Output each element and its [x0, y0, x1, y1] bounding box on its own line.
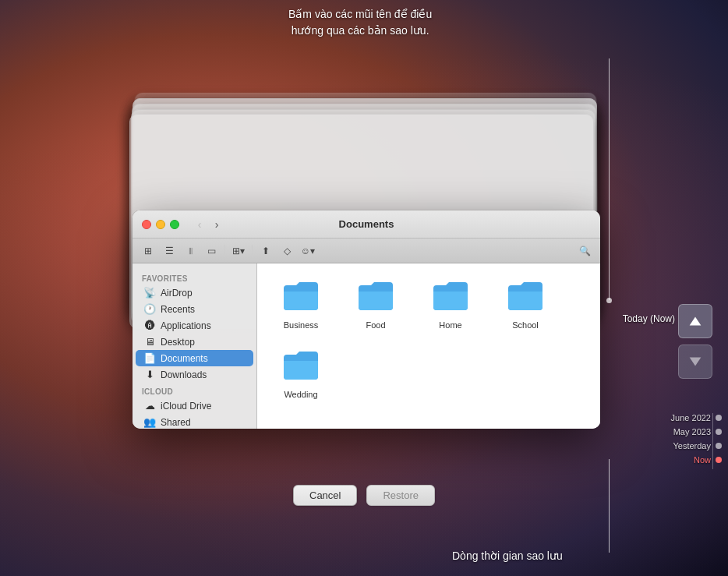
- bottom-buttons: Cancel Restore: [293, 485, 435, 506]
- sidebar-item-shared[interactable]: 👥 Shared: [136, 414, 253, 429]
- minimize-button[interactable]: [156, 220, 165, 229]
- folder-food[interactable]: Food: [345, 276, 407, 333]
- column-view-icon[interactable]: ⫴: [181, 242, 200, 260]
- timeline-label-1: May 2023: [673, 427, 711, 436]
- search-icon[interactable]: 🔍: [575, 242, 594, 260]
- timeline-line: [712, 413, 713, 469]
- folder-label-food: Food: [366, 320, 385, 330]
- sidebar-item-desktop[interactable]: 🖥 Desktop: [136, 334, 253, 350]
- today-label: Today (Now): [623, 313, 675, 324]
- share-icon[interactable]: ⬆: [256, 242, 275, 260]
- sidebar-label-documents: Documents: [161, 353, 208, 364]
- grid-view-icon[interactable]: ⊞: [139, 242, 157, 260]
- back-button[interactable]: ‹: [192, 217, 207, 232]
- finder-window: ‹ › Documents ⊞ ☰ ⫴ ▭ ⊞▾ ⬆ ◇ ☺▾ 🔍 Favori…: [133, 210, 600, 429]
- tag-icon[interactable]: ◇: [277, 242, 296, 260]
- folder-label-home: Home: [439, 320, 461, 330]
- folder-icon-school: [507, 279, 544, 317]
- sidebar-label-recents: Recents: [161, 304, 195, 315]
- separator-1: [224, 245, 225, 257]
- folder-icon-home: [432, 279, 469, 317]
- applications-icon: 🅐: [143, 320, 156, 331]
- recents-icon: 🕐: [143, 303, 156, 315]
- content-area: Business Food Home: [257, 263, 600, 429]
- sidebar-label-airdrop: AirDrop: [161, 288, 193, 299]
- folder-label-business: Business: [284, 320, 319, 330]
- window-title: Documents: [339, 218, 394, 230]
- icloud-drive-icon: ☁: [143, 400, 156, 412]
- sidebar-section-favorites: Favorites: [133, 270, 256, 284]
- folder-label-school: School: [512, 320, 539, 330]
- window-body: Favorites 📡 AirDrop 🕐 Recents 🅐 Applicat…: [133, 263, 600, 429]
- folder-school[interactable]: School: [494, 276, 557, 333]
- timeline-label-now: Now: [694, 455, 711, 465]
- annotation-top: Bấm vào các mũi tên để điều hướng qua cá…: [288, 6, 432, 39]
- traffic-lights: [142, 220, 179, 229]
- maximize-button[interactable]: [170, 220, 179, 229]
- annotation-line-bottom: [609, 459, 610, 553]
- sidebar-item-applications[interactable]: 🅐 Applications: [136, 317, 253, 334]
- sidebar-label-downloads: Downloads: [161, 369, 207, 380]
- sidebar-item-airdrop[interactable]: 📡 AirDrop: [136, 284, 253, 301]
- group-icon[interactable]: ⊞▾: [229, 242, 248, 260]
- list-view-icon[interactable]: ☰: [160, 242, 178, 260]
- sidebar-label-desktop: Desktop: [161, 337, 195, 348]
- sidebar-label-applications: Applications: [161, 320, 211, 331]
- timeline-dot-3: [716, 457, 722, 463]
- folder-home[interactable]: Home: [419, 276, 482, 333]
- window-titlebar: ‹ › Documents: [133, 210, 600, 239]
- folder-icon-food: [357, 279, 394, 317]
- timeline-dot-2: [716, 443, 722, 449]
- close-button[interactable]: [142, 220, 151, 229]
- airdrop-icon: 📡: [143, 287, 156, 299]
- sidebar-section-icloud: iCloud: [133, 383, 256, 398]
- folder-label-wedding: Wedding: [284, 390, 317, 399]
- timeline-item-1: May 2023: [628, 427, 722, 436]
- folder-icon-business: [282, 279, 320, 317]
- sidebar-label-shared: Shared: [161, 417, 191, 428]
- cancel-button[interactable]: Cancel: [293, 485, 357, 506]
- timeline-label-2: Yesterday: [673, 441, 711, 451]
- desktop-icon: 🖥: [143, 336, 156, 348]
- navigation-buttons: ‹ ›: [192, 217, 224, 232]
- timeline-item-2: Yesterday: [628, 441, 722, 451]
- time-machine-down-button[interactable]: [678, 345, 712, 379]
- timeline-item-0: June 2022: [628, 413, 722, 422]
- downloads-icon: ⬇: [143, 369, 156, 380]
- folder-wedding[interactable]: Wedding: [270, 345, 332, 402]
- sidebar-item-recents[interactable]: 🕐 Recents: [136, 301, 253, 317]
- sidebar-label-icloud-drive: iCloud Drive: [161, 401, 211, 412]
- window-toolbar: ⊞ ☰ ⫴ ▭ ⊞▾ ⬆ ◇ ☺▾ 🔍: [133, 239, 600, 263]
- timeline-label-0: June 2022: [671, 413, 711, 422]
- annotation-bottom: Dòng thời gian sao lưu: [452, 549, 563, 562]
- timeline: June 2022 May 2023 Yesterday Now: [628, 413, 722, 469]
- time-machine-up-button[interactable]: [678, 304, 712, 338]
- shared-icon: 👥: [143, 416, 156, 428]
- timeline-dot-0: [716, 415, 722, 421]
- sidebar-item-icloud-drive[interactable]: ☁ iCloud Drive: [136, 398, 253, 414]
- sidebar-item-documents[interactable]: 📄 Documents: [136, 350, 253, 366]
- timeline-item-3: Now: [628, 455, 722, 465]
- timeline-dot-1: [716, 429, 722, 435]
- sidebar-item-downloads[interactable]: ⬇ Downloads: [136, 366, 253, 383]
- documents-icon: 📄: [143, 352, 156, 364]
- emoji-icon[interactable]: ☺▾: [299, 242, 317, 260]
- forward-button[interactable]: ›: [209, 217, 224, 232]
- sidebar: Favorites 📡 AirDrop 🕐 Recents 🅐 Applicat…: [133, 263, 257, 429]
- restore-button[interactable]: Restore: [366, 485, 435, 506]
- gallery-view-icon[interactable]: ▭: [202, 242, 221, 260]
- folder-business[interactable]: Business: [270, 276, 332, 333]
- separator-2: [252, 245, 253, 257]
- folder-icon-wedding: [282, 348, 320, 387]
- annotation-line-top: [609, 58, 610, 300]
